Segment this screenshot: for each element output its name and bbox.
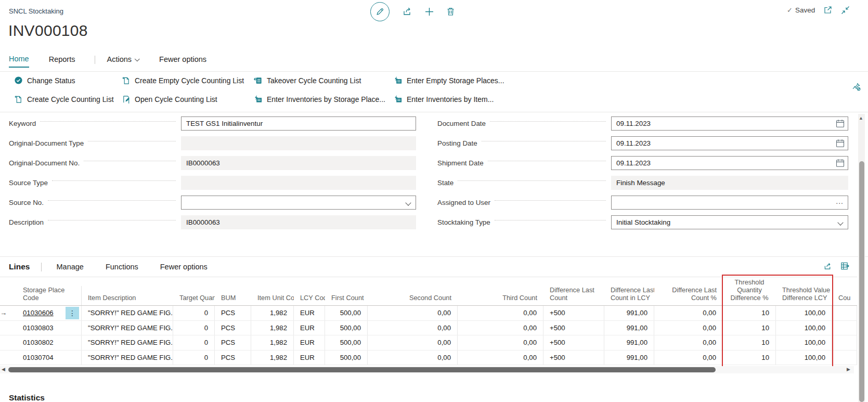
scroll-left-icon[interactable]: ◀ bbox=[2, 367, 5, 372]
horizontal-scrollbar-thumb[interactable] bbox=[8, 367, 716, 372]
row-options-icon[interactable]: ⋮ bbox=[66, 307, 79, 319]
cell-target: 0 bbox=[173, 306, 215, 320]
divider bbox=[0, 256, 868, 257]
assigned-to-user-input[interactable]: ... bbox=[611, 196, 848, 210]
calendar-icon[interactable] bbox=[836, 119, 845, 128]
column-header-th_val[interactable]: Threshold ValueDifference LCY bbox=[776, 286, 832, 305]
column-header-lcy[interactable]: LCY Code bbox=[294, 294, 325, 305]
row-selector-cell bbox=[0, 351, 17, 365]
storage-place-code-link[interactable]: 01030802 bbox=[23, 339, 54, 346]
column-header-second[interactable]: Second Count bbox=[368, 294, 458, 305]
action-label: Enter Inventories by Storage Place... bbox=[267, 95, 385, 103]
lines-menu-manage[interactable]: Manage bbox=[56, 263, 83, 271]
action-enter-inventories-by-item[interactable]: Enter Inventories by Item... bbox=[393, 95, 494, 103]
calendar-icon[interactable] bbox=[836, 139, 845, 148]
cell-third: 0,00 bbox=[458, 335, 543, 350]
lines-part-icons bbox=[823, 262, 849, 270]
column-header-diff_lcy[interactable]: Difference LastCount in LCY bbox=[604, 286, 654, 305]
lines-menu-fewer-options[interactable]: Fewer options bbox=[160, 263, 208, 271]
share-icon[interactable] bbox=[402, 7, 412, 16]
storage-place-code-link[interactable]: 01030704 bbox=[23, 354, 54, 361]
source-no-input[interactable] bbox=[181, 196, 416, 210]
column-header-storage[interactable]: Storage PlaceCode bbox=[17, 286, 82, 305]
action-enter-inventories-by-storage-place[interactable]: Enter Inventories by Storage Place... bbox=[253, 95, 385, 103]
field-value: IB0000063 bbox=[182, 218, 225, 226]
keyword-input[interactable]: TEST GS1 Initialinventur bbox=[181, 116, 416, 131]
tab-actions[interactable]: Actions bbox=[107, 55, 139, 67]
action-create-cycle-counting-list[interactable]: Create Cycle Counting List bbox=[14, 95, 114, 104]
column-header-cou[interactable]: Cou bbox=[832, 294, 857, 305]
field-description: DescriptionIB0000063 bbox=[9, 215, 416, 229]
collapse-icon[interactable] bbox=[841, 6, 850, 15]
lines-divider bbox=[41, 263, 42, 271]
popout-icon[interactable] bbox=[823, 5, 833, 15]
statistics-part-title: Statistics bbox=[9, 393, 45, 402]
field-value: Finish Message bbox=[612, 179, 670, 187]
column-header-unit_cost[interactable]: Item Unit Cost bbox=[251, 294, 294, 305]
field-label: Stocktaking Type bbox=[437, 218, 490, 226]
column-header-diff[interactable]: Difference LastCount bbox=[543, 286, 604, 305]
field-label: Shipment Date bbox=[437, 159, 484, 167]
cell-diff: +500 bbox=[543, 351, 604, 365]
lines-table: Storage PlaceCodeItem DescriptionTarget … bbox=[0, 277, 857, 365]
table-row-01030803[interactable]: 01030803"SORRY!" RED GAME FIG...0PCS1,98… bbox=[0, 321, 857, 336]
field-source-type: Source Type bbox=[9, 175, 416, 190]
horizontal-scrollbar[interactable]: ◀ ▶ bbox=[0, 366, 854, 373]
unpin-icon[interactable] bbox=[852, 82, 861, 92]
column-header-desc[interactable]: Item Description bbox=[82, 294, 173, 305]
action-create-empty-cycle-counting-list[interactable]: Create Empty Cycle Counting List bbox=[122, 76, 244, 85]
field-label: Original-Document No. bbox=[9, 159, 80, 167]
column-header-th_qty[interactable]: ThresholdQuantityDifference % bbox=[723, 278, 776, 305]
column-header-selector[interactable] bbox=[0, 302, 17, 305]
column-header-bum[interactable]: BUM bbox=[215, 294, 251, 305]
window-controls: ✓ Saved bbox=[787, 5, 850, 15]
scroll-right-icon[interactable]: ▶ bbox=[847, 367, 850, 372]
storage-place-code-link[interactable]: 01030606 bbox=[23, 309, 54, 317]
delete-icon[interactable] bbox=[446, 7, 455, 16]
column-header-first[interactable]: First Count bbox=[325, 294, 368, 305]
share-icon[interactable] bbox=[823, 262, 832, 270]
lines-menu-functions[interactable]: Functions bbox=[106, 263, 138, 271]
tab-fewer-options[interactable]: Fewer options bbox=[159, 55, 206, 67]
cell-th_val: 100,00 bbox=[776, 335, 832, 350]
column-header-target[interactable]: Target Quantity bbox=[173, 294, 215, 305]
add-icon[interactable] bbox=[425, 7, 434, 16]
cell-third: 0,00 bbox=[458, 321, 543, 335]
save-status-label: Saved bbox=[795, 6, 815, 14]
dotted-leader bbox=[458, 180, 606, 181]
table-row-01030606[interactable]: →01030606⋮"SORRY!" RED GAME FIG...0PCS1,… bbox=[0, 306, 857, 321]
action-takeover-cycle-counting-list[interactable]: Takeover Cycle Counting List bbox=[253, 76, 361, 85]
table-row-01030802[interactable]: 01030802"SORRY!" RED GAME FIG...0PCS1,98… bbox=[0, 335, 857, 351]
tab-reports[interactable]: Reports bbox=[49, 55, 75, 67]
posting-date-input[interactable]: 09.11.2023 bbox=[611, 136, 848, 150]
edit-pencil-icon[interactable] bbox=[370, 2, 390, 21]
field-label: Source Type bbox=[9, 179, 48, 187]
calendar-icon[interactable] bbox=[836, 159, 845, 167]
action-enter-empty-storage-places[interactable]: Enter Empty Storage Places... bbox=[393, 76, 504, 85]
field-value: TEST GS1 Initialinventur bbox=[182, 120, 267, 127]
action-label: Open Cycle Counting List bbox=[135, 95, 217, 103]
action-change-status[interactable]: Change Status bbox=[14, 76, 75, 85]
document-date-input[interactable]: 09.11.2023 bbox=[611, 116, 848, 131]
shipment-date-input[interactable]: 09.11.2023 bbox=[611, 156, 848, 170]
row-selector-cell bbox=[0, 321, 17, 335]
field-value: Initial Stocktaking bbox=[612, 218, 675, 226]
vertical-scrollbar[interactable]: ▲ bbox=[858, 114, 865, 402]
table-row-01030704[interactable]: 01030704"SORRY!" RED GAME FIG...0PCS1,98… bbox=[0, 351, 857, 366]
field-original-document-type: Original-Document Type bbox=[9, 136, 416, 150]
open-in-excel-icon[interactable] bbox=[840, 262, 849, 270]
storage-place-code-link[interactable]: 01030803 bbox=[23, 324, 54, 332]
dotted-leader bbox=[495, 220, 606, 221]
tab-home[interactable]: Home bbox=[9, 55, 29, 68]
column-header-diff_pct[interactable]: Difference LastCount % bbox=[654, 286, 723, 305]
assist-edit-icon[interactable]: ... bbox=[836, 197, 844, 205]
chevron-down-icon[interactable] bbox=[837, 219, 843, 225]
scroll-up-icon[interactable]: ▲ bbox=[859, 115, 863, 121]
chevron-down-icon[interactable] bbox=[405, 200, 411, 205]
column-header-third[interactable]: Third Count bbox=[458, 294, 543, 305]
stocktaking-type-input[interactable]: Initial Stocktaking bbox=[611, 215, 848, 229]
cell-target: 0 bbox=[173, 321, 215, 335]
vertical-scrollbar-thumb[interactable] bbox=[859, 161, 864, 402]
action-open-cycle-counting-list[interactable]: Open Cycle Counting List bbox=[122, 95, 217, 104]
chevron-down-icon bbox=[135, 56, 140, 61]
